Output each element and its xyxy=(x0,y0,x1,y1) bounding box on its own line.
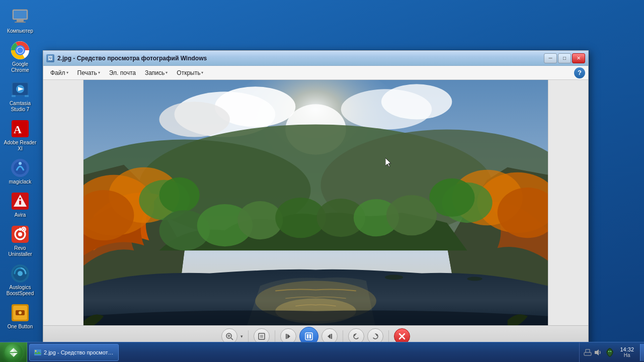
start-orb xyxy=(5,343,23,361)
svg-point-44 xyxy=(381,84,452,119)
toolbar-sep-4 xyxy=(388,330,389,342)
svg-rect-90 xyxy=(584,352,591,355)
taskbar-photo-item[interactable]: 2.jpg - Средство просмотра... xyxy=(29,344,119,361)
svg-rect-21 xyxy=(19,201,21,205)
maximize-button[interactable]: □ xyxy=(558,53,571,63)
svg-rect-12 xyxy=(12,95,16,97)
svg-point-68 xyxy=(467,277,482,281)
menu-print-arrow: ▾ xyxy=(98,70,100,75)
desktop-icon-chrome-label: Google Chrome xyxy=(4,61,37,73)
desktop-icons: Компьютер Google Chrome xyxy=(0,0,40,342)
right-panel xyxy=(548,80,588,325)
desktop: Компьютер Google Chrome xyxy=(0,0,644,362)
desktop-icon-avira-label: Avira xyxy=(15,212,26,218)
menu-open[interactable]: Открыть ▾ xyxy=(173,67,207,78)
desktop-icon-adobe-label: Adobe Reader XI xyxy=(4,140,37,152)
close-button[interactable]: ✕ xyxy=(572,53,585,63)
svg-point-95 xyxy=(608,351,609,352)
svg-point-67 xyxy=(385,275,403,280)
taskbar: 2.jpg - Средство просмотра... xyxy=(0,342,644,362)
svg-marker-77 xyxy=(287,334,290,339)
svg-point-96 xyxy=(610,351,611,352)
menu-record-arrow: ▾ xyxy=(166,70,168,75)
desktop-icon-auslogics[interactable]: Auslogics BoostSpeed xyxy=(2,261,39,299)
menu-open-arrow: ▾ xyxy=(201,70,203,75)
svg-point-89 xyxy=(35,350,37,351)
svg-rect-2 xyxy=(17,20,24,22)
window-content xyxy=(43,80,588,325)
desktop-icon-camtasia[interactable]: Camtasia Studio 7 xyxy=(2,77,39,115)
window-titlebar: 🖼 2.jpg - Средство просмотра фотографий … xyxy=(43,51,588,66)
svg-point-64 xyxy=(386,195,437,235)
svg-point-25 xyxy=(18,232,22,236)
tray-speaker-icon xyxy=(594,348,602,356)
taskbar-photo-icon xyxy=(34,348,42,356)
svg-point-36 xyxy=(19,311,22,314)
menu-email[interactable]: Эл. почта xyxy=(105,67,140,78)
minimize-button[interactable]: ─ xyxy=(544,53,557,63)
left-panel xyxy=(43,80,84,325)
menu-file-arrow: ▾ xyxy=(66,70,68,75)
svg-rect-74 xyxy=(260,335,263,338)
svg-rect-81 xyxy=(309,334,311,338)
tray-network-icon xyxy=(584,348,592,356)
window-icon: 🖼 xyxy=(46,54,54,62)
svg-rect-80 xyxy=(307,334,308,338)
toolbar-sep-2 xyxy=(275,330,275,342)
svg-point-32 xyxy=(18,271,23,276)
svg-point-7 xyxy=(17,47,23,53)
svg-line-70 xyxy=(231,338,233,340)
svg-rect-88 xyxy=(34,349,41,355)
menu-record[interactable]: Запись ▾ xyxy=(141,67,172,78)
desktop-icon-onebutton[interactable]: One Button xyxy=(2,301,39,332)
desktop-icon-revo-label: Revo Uninstaller xyxy=(4,245,37,257)
help-button[interactable]: ? xyxy=(574,67,585,78)
zoom-arrow[interactable]: ▾ xyxy=(240,334,243,339)
menu-print[interactable]: Печать ▾ xyxy=(73,67,104,78)
menu-bar: Файл ▾ Печать ▾ Эл. почта Запись ▾ Откры… xyxy=(43,66,588,80)
tray-time: 14:32 На xyxy=(618,346,636,358)
desktop-icon-camtasia-label: Camtasia Studio 7 xyxy=(4,101,37,113)
svg-rect-3 xyxy=(15,22,26,23)
toolbar-sep-3 xyxy=(343,330,343,342)
svg-point-18 xyxy=(19,162,22,165)
desktop-icon-chrome[interactable]: Google Chrome xyxy=(2,38,39,75)
desktop-icon-avira[interactable]: Avira xyxy=(2,189,39,220)
svg-point-42 xyxy=(159,102,229,137)
svg-marker-83 xyxy=(328,334,331,339)
titlebar-buttons: ─ □ ✕ xyxy=(544,53,585,63)
desktop-icon-magic[interactable]: magiclack xyxy=(2,156,39,187)
taskbar-items: 2.jpg - Средство просмотра... xyxy=(27,344,579,361)
photo-viewer-window: 🖼 2.jpg - Средство просмотра фотографий … xyxy=(43,50,589,347)
show-desktop-button[interactable] xyxy=(640,344,644,361)
svg-point-22 xyxy=(19,198,21,200)
toolbar-sep-1 xyxy=(248,330,249,342)
photo-scene xyxy=(84,80,548,325)
desktop-icon-magic-label: magiclack xyxy=(9,179,31,185)
menu-file[interactable]: Файл ▾ xyxy=(46,67,72,78)
start-button[interactable] xyxy=(0,342,27,363)
svg-rect-13 xyxy=(25,95,29,97)
tray-dragon-icon xyxy=(604,346,616,358)
desktop-icon-computer[interactable]: Компьютер xyxy=(2,5,39,36)
svg-marker-94 xyxy=(595,349,599,355)
taskbar-photo-label: 2.jpg - Средство просмотра... xyxy=(44,349,114,355)
svg-rect-1 xyxy=(14,11,27,19)
svg-point-52 xyxy=(159,177,199,213)
svg-rect-82 xyxy=(331,334,332,339)
svg-text:A: A xyxy=(14,123,22,136)
desktop-icon-adobe[interactable]: A Adobe Reader XI xyxy=(2,117,39,154)
desktop-icon-onebutton-label: One Button xyxy=(8,324,33,330)
photo-area xyxy=(84,80,548,325)
window-title: 2.jpg - Средство просмотра фотографий Wi… xyxy=(57,55,541,62)
desktop-icon-revo[interactable]: Revo Uninstaller xyxy=(2,222,39,259)
taskbar-tray: 14:32 На xyxy=(579,342,640,362)
svg-rect-76 xyxy=(286,334,287,339)
desktop-icon-computer-label: Компьютер xyxy=(7,28,33,34)
desktop-icon-auslogics-label: Auslogics BoostSpeed xyxy=(4,285,37,297)
